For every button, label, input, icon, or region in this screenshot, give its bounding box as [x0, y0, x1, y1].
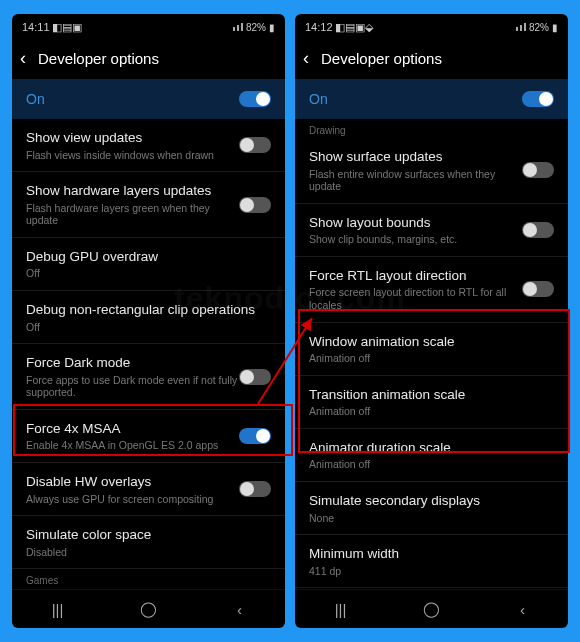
row-debug-clip[interactable]: Debug non-rectangular clip operationsOff	[12, 291, 285, 344]
header: ‹ Developer options	[295, 38, 568, 79]
master-toggle-row[interactable]: On	[295, 79, 568, 119]
row-simulate-secondary[interactable]: Simulate secondary displaysNone	[295, 482, 568, 535]
master-toggle[interactable]	[522, 91, 554, 107]
row-force-dark[interactable]: Force Dark modeForce apps to use Dark mo…	[12, 344, 285, 410]
page-title: Developer options	[321, 50, 442, 67]
row-window-anim[interactable]: Window animation scaleAnimation off	[295, 323, 568, 376]
phone-left: 14:11 ◧▤▣ 82%▮ ‹ Developer options On Sh…	[12, 14, 285, 628]
row-cutout[interactable]: Simulate display with cutout	[295, 588, 568, 589]
row-force-4x-msaa[interactable]: Force 4x MSAAEnable 4x MSAA in OpenGL ES…	[12, 410, 285, 463]
navbar: ||| ◯ ‹	[295, 589, 568, 628]
on-label: On	[26, 91, 45, 107]
nav-recent-icon[interactable]: |||	[326, 601, 356, 618]
status-battery: 82%	[246, 22, 266, 33]
row-show-layout-bounds[interactable]: Show layout boundsShow clip bounds, marg…	[295, 204, 568, 257]
nav-recent-icon[interactable]: |||	[43, 601, 73, 618]
page-title: Developer options	[38, 50, 159, 67]
row-force-rtl[interactable]: Force RTL layout directionForce screen l…	[295, 257, 568, 323]
settings-list: Show view updatesFlash views inside wind…	[12, 119, 285, 589]
row-min-width[interactable]: Minimum width411 dp	[295, 535, 568, 588]
toggle[interactable]	[239, 428, 271, 444]
status-time: 14:11	[22, 21, 50, 33]
statusbar: 14:11 ◧▤▣ 82%▮	[12, 14, 285, 38]
row-debug-gpu-overdraw[interactable]: Debug GPU overdrawOff	[12, 238, 285, 291]
row-show-view-updates[interactable]: Show view updatesFlash views inside wind…	[12, 119, 285, 172]
master-toggle[interactable]	[239, 91, 271, 107]
nav-back-icon[interactable]: ‹	[508, 601, 538, 618]
nav-back-icon[interactable]: ‹	[225, 601, 255, 618]
toggle[interactable]	[522, 281, 554, 297]
section-games: Games	[12, 569, 285, 588]
toggle[interactable]	[239, 137, 271, 153]
back-icon[interactable]: ‹	[303, 48, 309, 69]
row-simulate-color[interactable]: Simulate color spaceDisabled	[12, 516, 285, 569]
status-battery: 82%	[529, 22, 549, 33]
toggle[interactable]	[522, 222, 554, 238]
section-drawing: Drawing	[295, 119, 568, 138]
toggle[interactable]	[239, 481, 271, 497]
back-icon[interactable]: ‹	[20, 48, 26, 69]
row-show-surface-updates[interactable]: Show surface updatesFlash entire window …	[295, 138, 568, 204]
statusbar: 14:12 ◧▤▣⬙ 82%▮	[295, 14, 568, 38]
status-time: 14:12	[305, 21, 333, 33]
master-toggle-row[interactable]: On	[12, 79, 285, 119]
row-show-hw-layers[interactable]: Show hardware layers updatesFlash hardwa…	[12, 172, 285, 238]
row-animator-duration[interactable]: Animator duration scaleAnimation off	[295, 429, 568, 482]
row-disable-hw-overlays[interactable]: Disable HW overlaysAlways use GPU for sc…	[12, 463, 285, 516]
header: ‹ Developer options	[12, 38, 285, 79]
settings-list: Drawing Show surface updatesFlash entire…	[295, 119, 568, 589]
nav-home-icon[interactable]: ◯	[134, 600, 164, 618]
nav-home-icon[interactable]: ◯	[417, 600, 447, 618]
toggle[interactable]	[522, 162, 554, 178]
toggle[interactable]	[239, 197, 271, 213]
phone-right: 14:12 ◧▤▣⬙ 82%▮ ‹ Developer options On D…	[295, 14, 568, 628]
on-label: On	[309, 91, 328, 107]
row-transition-anim[interactable]: Transition animation scaleAnimation off	[295, 376, 568, 429]
navbar: ||| ◯ ‹	[12, 589, 285, 628]
toggle[interactable]	[239, 369, 271, 385]
